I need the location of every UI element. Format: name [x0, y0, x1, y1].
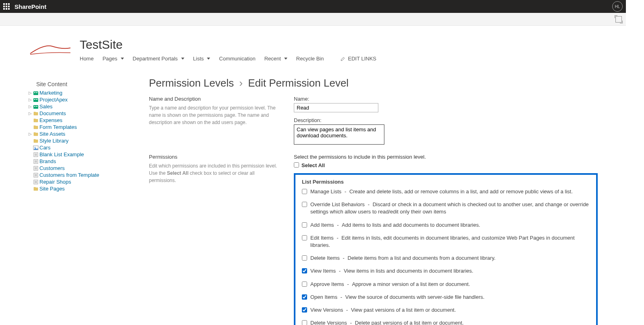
breadcrumb-current: Edit Permission Level	[248, 77, 349, 89]
permission-checkbox[interactable]	[302, 222, 307, 228]
site-header: TestSite HomePagesDepartment PortalsList…	[0, 26, 626, 66]
tree-item-label[interactable]: Customers	[39, 165, 65, 171]
svg-rect-8	[36, 106, 37, 107]
permission-checkbox[interactable]	[302, 202, 307, 207]
tree-item: Customers	[28, 165, 133, 171]
permission-checkbox[interactable]	[302, 307, 307, 313]
name-input[interactable]	[294, 103, 378, 112]
tree-item: Form Templates	[28, 124, 133, 130]
library-icon	[33, 111, 39, 116]
tree-item-label[interactable]: Customers from Template	[39, 172, 99, 178]
select-all-checkbox[interactable]	[294, 162, 299, 168]
app-launcher-icon[interactable]	[3, 3, 10, 10]
top-nav-item[interactable]: Recent	[264, 56, 287, 62]
list-icon	[33, 152, 39, 157]
permission-checkbox[interactable]	[302, 255, 307, 261]
top-nav-item[interactable]: Home	[80, 56, 94, 62]
tree-item-label[interactable]: Repair Shops	[39, 179, 71, 185]
permission-item: Open Items - View the source of document…	[302, 294, 590, 301]
description-label: Description:	[294, 117, 598, 123]
tree-item: ▷Sales	[28, 104, 133, 110]
tree-item-label[interactable]: Expenses	[39, 117, 62, 123]
edit-links-button[interactable]: EDIT LINKS	[341, 56, 376, 62]
permission-text: Override List Behaviors - Discard or che…	[310, 201, 590, 215]
focus-content-icon[interactable]	[615, 16, 622, 23]
name-label: Name:	[294, 96, 598, 102]
main-content: Permission Levels › Edit Permission Leve…	[149, 70, 598, 325]
tree-item-label[interactable]: Site Pages	[39, 186, 65, 192]
tree-item-label[interactable]: Form Templates	[39, 124, 77, 130]
left-nav-heading: Site Content	[36, 81, 133, 87]
product-name: SharePoint	[14, 3, 46, 10]
breadcrumb-parent[interactable]: Permission Levels	[149, 77, 234, 89]
top-nav-item[interactable]: Communication	[219, 56, 255, 62]
top-nav-item[interactable]: Pages	[103, 56, 124, 62]
permission-checkbox[interactable]	[302, 294, 307, 300]
svg-rect-2	[36, 92, 37, 93]
user-avatar[interactable]: HL	[612, 1, 623, 12]
tree-item-label[interactable]: Sales	[39, 104, 53, 110]
top-nav-item[interactable]: Recycle Bin	[296, 56, 324, 62]
breadcrumb: Permission Levels › Edit Permission Leve…	[149, 77, 598, 89]
svg-rect-7	[34, 106, 35, 107]
library-icon	[33, 138, 39, 144]
tree-item-label[interactable]: Site Assets	[39, 131, 65, 137]
ribbon-strip	[0, 13, 626, 26]
svg-rect-3	[33, 98, 38, 102]
subsite-icon	[33, 97, 39, 103]
site-title[interactable]: TestSite	[80, 38, 376, 52]
permission-item: Override List Behaviors - Discard or che…	[302, 201, 590, 215]
tree-item: Blank List Example	[28, 151, 133, 157]
svg-rect-4	[34, 99, 35, 100]
tree-item-label[interactable]: ProjectApex	[39, 97, 68, 103]
top-nav-item[interactable]: Department Portals	[133, 56, 184, 62]
subsite-icon	[33, 90, 39, 96]
permission-checkbox[interactable]	[302, 282, 307, 287]
permission-text: Delete Items - Delete items from a list …	[310, 255, 495, 262]
expand-icon[interactable]: ▷	[28, 91, 32, 95]
expand-icon[interactable]: ▷	[28, 132, 32, 136]
permission-item: Edit Items - Edit items in lists, edit d…	[302, 234, 590, 249]
tree-item: ▷Marketing	[28, 90, 133, 96]
permission-checkbox[interactable]	[302, 268, 307, 273]
permission-text: Delete Versions - Delete past versions o…	[310, 319, 464, 325]
permission-item: Add Items - Add items to lists and add d…	[302, 221, 590, 229]
top-nav-item[interactable]: Lists	[193, 56, 211, 62]
permission-text: View Versions - View past versions of a …	[310, 306, 456, 314]
tree-item-label[interactable]: Documents	[39, 110, 66, 116]
tree-item-label[interactable]: Blank List Example	[39, 151, 84, 157]
library-icon	[33, 131, 39, 137]
svg-rect-1	[34, 92, 35, 93]
tree-item: ▷ProjectApex	[28, 97, 133, 103]
permission-checkbox[interactable]	[302, 235, 307, 240]
permission-checkbox[interactable]	[302, 320, 307, 325]
section-name-desc-help: Type a name and description for your per…	[149, 104, 282, 126]
permission-item: View Items - View items in lists and doc…	[302, 267, 590, 275]
tree-item: ▷Documents	[28, 110, 133, 116]
description-textarea[interactable]	[294, 124, 384, 145]
svg-rect-0	[33, 91, 38, 95]
pencil-icon	[341, 56, 345, 61]
breadcrumb-separator-icon: ›	[239, 77, 243, 89]
permission-text: Add Items - Add items to lists and add d…	[310, 221, 480, 229]
expand-icon[interactable]: ▷	[28, 104, 32, 109]
permission-item: Delete Items - Delete items from a list …	[302, 255, 590, 262]
tree-item-label[interactable]: Style Library	[39, 138, 68, 144]
permission-item: Manage Lists - Create and delete lists, …	[302, 188, 590, 195]
tree-item: Brands	[28, 158, 133, 164]
tree-item: Cars	[28, 145, 133, 151]
library-icon	[33, 118, 39, 123]
tree-item-label[interactable]: Brands	[39, 158, 56, 164]
tree-item-label[interactable]: Marketing	[39, 90, 62, 96]
expand-icon[interactable]: ▷	[28, 97, 32, 102]
tree-item-label[interactable]: Cars	[39, 145, 50, 151]
tree-item: Repair Shops	[28, 179, 133, 185]
site-logo[interactable]	[28, 38, 72, 58]
tree-item: Style Library	[28, 138, 133, 144]
permission-text: View Items - View items in lists and doc…	[310, 267, 473, 275]
chevron-down-icon	[121, 58, 124, 60]
expand-icon[interactable]: ▷	[28, 111, 32, 116]
select-all-label: Select All	[301, 162, 325, 168]
permissions-instruction: Select the permissions to include in thi…	[294, 154, 598, 160]
permission-checkbox[interactable]	[302, 189, 307, 194]
